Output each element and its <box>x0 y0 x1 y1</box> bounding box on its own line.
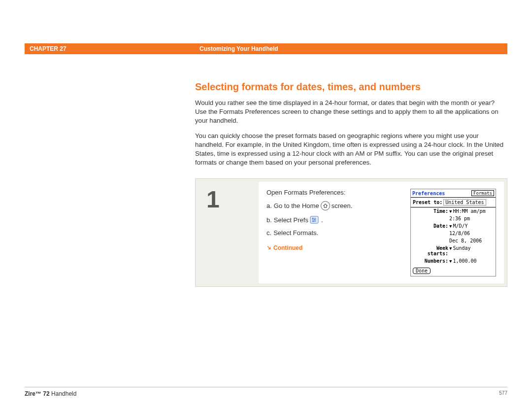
time-label: Time: <box>413 208 449 214</box>
svg-point-5 <box>314 219 315 220</box>
dropdown-arrow-icon: ▼ <box>449 259 452 264</box>
step-content: Open Formats Preferences: a. Go to the H… <box>259 182 504 283</box>
continued-arrow-icon: ➔ <box>265 244 273 252</box>
step-b-after: . <box>321 216 323 224</box>
step-box: 1 Open Formats Preferences: a. Go to the… <box>195 178 507 287</box>
continued-label: ➔Continued <box>266 244 400 251</box>
device-titlebar: Preferences Formats <box>411 189 496 198</box>
date-example1-row: 12/8/06 <box>411 230 496 237</box>
step-a-prefix: a. <box>266 202 272 209</box>
svg-point-6 <box>313 221 314 222</box>
step-b: b. Select Prefs . <box>266 215 400 224</box>
chapter-title: Customizing Your Handheld <box>94 45 278 52</box>
step-c: c. Select Formats. <box>266 229 400 237</box>
page-footer: Zire™ 72 Handheld 577 <box>25 387 507 397</box>
preset-label: Preset to: <box>413 200 442 205</box>
numbers-label: Numbers: <box>413 258 449 264</box>
page-number: 577 <box>499 390 507 397</box>
section-title: Selecting formats for dates, times, and … <box>195 81 507 93</box>
week-value: Sunday <box>453 245 470 251</box>
step-c-prefix: c. <box>266 229 271 237</box>
time-example: 2:36 pm <box>449 216 494 221</box>
numbers-value: 1,000.00 <box>453 258 476 264</box>
step-c-text: Select Formats. <box>273 229 318 237</box>
date-label: Date: <box>413 223 449 229</box>
device-tag: Formats <box>471 190 494 196</box>
preset-row: Preset to: United States <box>411 198 496 207</box>
device-screenshot: Preferences Formats Preset to: United St… <box>410 189 496 276</box>
week-row: Week starts: ▼Sunday <box>411 244 496 257</box>
step-a-before: Go to the Home <box>274 202 319 209</box>
chapter-header: CHAPTER 27 Customizing Your Handheld <box>25 43 507 54</box>
step-b-prefix: b. <box>266 216 272 224</box>
date-example2: Dec 8, 2006 <box>449 238 494 243</box>
date-example1: 12/8/06 <box>449 231 494 236</box>
instructions: Open Formats Preferences: a. Go to the H… <box>266 189 400 276</box>
paragraph-1: Would you rather see the time displayed … <box>195 99 507 125</box>
svg-point-4 <box>312 218 313 219</box>
date-row: Date: ▼M/D/Y <box>411 222 496 230</box>
date-example2-row: Dec 8, 2006 <box>411 237 496 244</box>
dropdown-arrow-icon: ▼ <box>449 246 452 251</box>
preset-value: United States <box>443 199 486 206</box>
done-button: Done <box>413 268 431 274</box>
home-icon <box>321 201 330 210</box>
step-a-after: screen. <box>332 202 353 209</box>
product-name: Zire™ 72 Handheld <box>25 390 76 397</box>
step-intro: Open Formats Preferences: <box>266 189 400 196</box>
dropdown-arrow-icon: ▼ <box>449 209 452 214</box>
dropdown-arrow-icon: ▼ <box>449 224 452 229</box>
time-row: Time: ▼HH:MM am/pm <box>411 207 496 215</box>
numbers-row: Numbers: ▼1,000.00 <box>411 257 496 265</box>
paragraph-2: You can quickly choose the preset format… <box>195 132 507 167</box>
step-number: 1 <box>199 182 259 283</box>
main-content: Selecting formats for dates, times, and … <box>195 81 507 174</box>
device-title: Preferences <box>412 191 445 196</box>
step-b-text: Select Prefs <box>274 216 308 224</box>
prefs-icon <box>310 215 320 224</box>
chapter-label: CHAPTER 27 <box>25 45 94 52</box>
date-value: M/D/Y <box>453 223 467 229</box>
time-example-row: 2:36 pm <box>411 215 496 222</box>
step-a: a. Go to the Home screen. <box>266 201 400 210</box>
week-label: Week starts: <box>413 245 449 256</box>
time-value: HH:MM am/pm <box>453 208 485 214</box>
